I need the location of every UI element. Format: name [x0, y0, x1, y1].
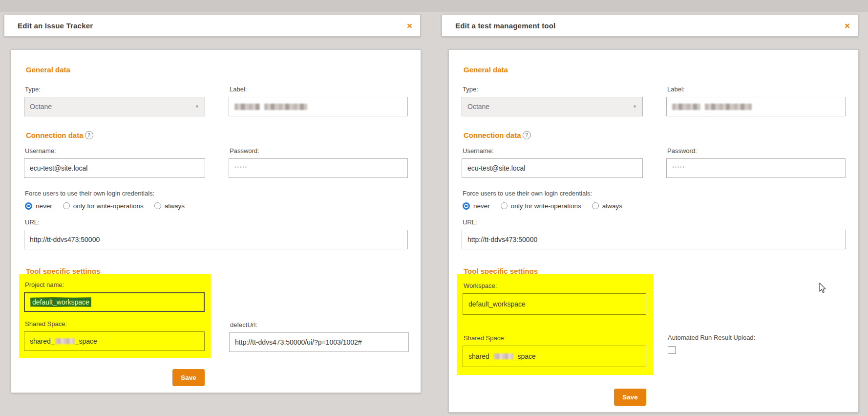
connection-data-heading-text: Connection data: [464, 131, 521, 139]
force-credentials-radio-group: never only for write-operations always: [25, 202, 408, 210]
radio-never[interactable]: never: [25, 202, 52, 210]
username-input[interactable]: ecu-test@site.local: [24, 158, 205, 178]
connection-data-heading: Connection data ?: [26, 131, 408, 139]
chevron-down-icon: ▼: [195, 104, 199, 109]
radio-icon: [592, 202, 599, 209]
project-name-label: Project name:: [25, 281, 206, 289]
desktop-background: Edit an Issue Tracker × General data Typ…: [0, 0, 868, 416]
username-value: ecu-test@site.local: [467, 164, 525, 172]
shared-space-input[interactable]: shared__space: [463, 346, 646, 367]
help-icon[interactable]: ?: [85, 131, 93, 139]
shared-space-input[interactable]: shared__space: [24, 331, 205, 351]
shared-space-suffix: _space: [514, 352, 536, 360]
radio-always[interactable]: always: [154, 202, 185, 210]
edit-issue-tracker-dialog: Edit an Issue Tracker × General data Typ…: [4, 14, 421, 393]
force-credentials-radio-group: never only for write-operations always: [463, 202, 846, 210]
redacted-text: [264, 104, 307, 110]
force-credentials-label: Force users to use their own login crede…: [463, 190, 846, 197]
radio-label: always: [165, 202, 185, 210]
connection-data-heading-text: Connection data: [26, 131, 84, 139]
redacted-text: [234, 104, 260, 110]
type-value: Octane: [467, 103, 489, 110]
password-placeholder: *****: [234, 165, 247, 171]
radio-selected-icon: [25, 202, 32, 210]
username-label: Username:: [463, 147, 643, 155]
label-label: Label:: [230, 86, 408, 93]
highlight-block: Workspace: default_workspace Shared Spac…: [457, 274, 653, 375]
close-icon[interactable]: ×: [845, 21, 850, 30]
shared-space-label: Shared Space:: [464, 334, 647, 342]
password-input[interactable]: *****: [666, 158, 846, 178]
radio-label: never: [473, 202, 490, 210]
type-select: Octane ▼: [462, 97, 643, 116]
password-input[interactable]: *****: [229, 158, 408, 178]
shared-space-label: Shared Space:: [25, 320, 206, 328]
url-label: URL:: [25, 219, 408, 226]
password-placeholder: *****: [672, 165, 685, 171]
username-input[interactable]: ecu-test@site.local: [462, 158, 643, 178]
general-data-heading: General data: [464, 66, 846, 74]
radio-icon: [154, 202, 161, 209]
password-label: Password:: [230, 147, 408, 155]
workspace-value: default_workspace: [468, 300, 526, 308]
shared-space-prefix: shared_: [468, 352, 493, 360]
shared-space-prefix: shared_: [30, 337, 55, 345]
url-label: URL:: [463, 219, 846, 226]
redacted-text: [494, 353, 513, 359]
workspace-label: Workspace:: [464, 282, 647, 290]
dialog-title: Edit an Issue Tracker: [18, 22, 93, 30]
shared-space-suffix: _space: [75, 337, 97, 345]
automated-run-result-upload-checkbox[interactable]: [668, 346, 676, 354]
project-name-value-selected: default_workspace: [30, 297, 91, 307]
highlight-block: Project name: default_workspace Shared S…: [19, 274, 211, 358]
radio-only-write-operations[interactable]: only for write-operations: [501, 202, 581, 210]
dialog-body: General data Type: Octane ▼ Label:: [11, 49, 421, 393]
connection-data-heading: Connection data ?: [464, 131, 846, 139]
type-select: Octane ▼: [24, 97, 205, 116]
label-input[interactable]: [666, 97, 846, 116]
radio-only-write-operations[interactable]: only for write-operations: [63, 202, 144, 210]
url-input[interactable]: http://tt-ddvs473:50000: [462, 230, 846, 249]
redacted-text: [55, 338, 75, 344]
url-input[interactable]: http://tt-ddvs473:50000: [24, 230, 408, 249]
password-label: Password:: [667, 147, 846, 155]
radio-label: always: [602, 202, 622, 210]
radio-label: never: [36, 202, 52, 210]
general-data-heading: General data: [26, 66, 408, 74]
radio-selected-icon: [463, 202, 470, 210]
username-label: Username:: [25, 147, 205, 155]
radio-label: only for write-operations: [511, 202, 581, 210]
defecturl-label: defectUrl:: [230, 321, 409, 329]
redacted-text: [705, 104, 752, 110]
project-name-input[interactable]: default_workspace: [24, 292, 205, 312]
automated-run-result-upload-label: Automated Run Result Upload:: [668, 334, 847, 342]
dialog-title: Edit a test management tool: [455, 22, 555, 30]
redacted-text: [672, 104, 700, 110]
radio-never[interactable]: never: [463, 202, 490, 210]
save-button[interactable]: Save: [172, 369, 205, 386]
radio-label: only for write-operations: [73, 202, 144, 210]
username-value: ecu-test@site.local: [30, 164, 87, 172]
save-button[interactable]: Save: [614, 389, 646, 406]
type-label: Type:: [463, 86, 643, 93]
chevron-down-icon: ▼: [633, 104, 637, 109]
url-value: http://tt-ddvs473:50000: [30, 236, 100, 243]
defecturl-value: http://tt-ddvs473:50000/ui/?p=1003/1002#: [235, 338, 362, 346]
url-value: http://tt-ddvs473:50000: [467, 236, 537, 243]
top-strip: [0, 0, 868, 12]
dialog-header: Edit an Issue Tracker ×: [4, 14, 421, 37]
radio-icon: [501, 202, 508, 209]
dialog-header: Edit a test management tool ×: [442, 14, 858, 37]
close-icon[interactable]: ×: [407, 21, 412, 30]
dialog-body: General data Type: Octane ▼ Label:: [448, 49, 859, 413]
defecturl-input[interactable]: http://tt-ddvs473:50000/ui/?p=1003/1002#: [229, 332, 409, 352]
label-input[interactable]: [229, 97, 408, 116]
workspace-input[interactable]: default_workspace: [463, 293, 646, 315]
type-value: Octane: [30, 103, 52, 110]
radio-always[interactable]: always: [592, 202, 622, 210]
type-label: Type:: [25, 86, 205, 93]
force-credentials-label: Force users to use their own login crede…: [25, 190, 408, 197]
help-icon[interactable]: ?: [523, 131, 531, 139]
edit-test-management-tool-dialog: Edit a test management tool × General da…: [442, 14, 858, 413]
radio-icon: [63, 202, 70, 209]
